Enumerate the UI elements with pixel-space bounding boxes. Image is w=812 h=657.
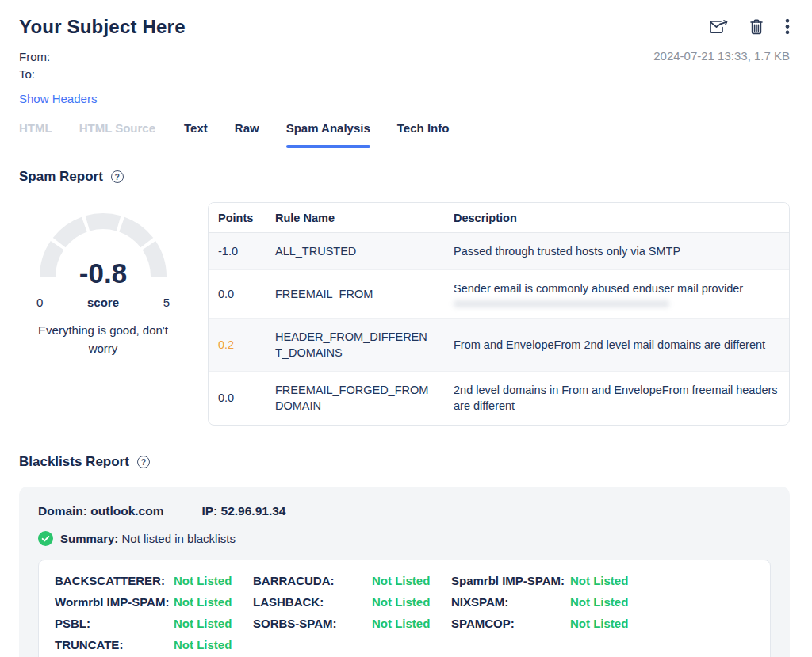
blacklist-results-panel: BACKSCATTERER: Not Listed BARRACUDA: Not… <box>38 560 771 657</box>
from-label: From: <box>19 48 50 66</box>
header-actions <box>709 16 790 35</box>
rule-points: 0.0 <box>209 270 266 318</box>
tab-html-source[interactable]: HTML Source <box>79 121 155 147</box>
blacklist-name: SORBS-SPAM: <box>253 617 372 630</box>
blacklist-status: Not Listed <box>174 574 253 587</box>
rule-name: FREEMAIL_FROM <box>266 270 444 318</box>
rule-description: 2nd level domains in From and EnvelopeFr… <box>444 372 789 425</box>
domain-value: Domain: outlook.com <box>38 504 163 518</box>
rule-name: ALL_TRUSTED <box>266 233 444 270</box>
table-row: 0.0 FREEMAIL_FORGED_FROMDOMAIN 2nd level… <box>209 372 789 425</box>
to-label: To: <box>19 66 50 83</box>
ip-value: IP: 52.96.91.34 <box>201 504 285 518</box>
blacklist-name: BACKSCATTERER: <box>55 574 174 587</box>
view-tabs: HTML HTML Source Text Raw Spam Analysis … <box>0 121 812 147</box>
blacklist-status: Not Listed <box>372 595 451 609</box>
tab-html[interactable]: HTML <box>19 121 52 147</box>
tab-raw[interactable]: Raw <box>235 121 259 147</box>
table-header-row: Points Rule Name Description <box>209 203 789 233</box>
blacklist-status: Not Listed <box>372 574 451 587</box>
rule-name: HEADER_FROM_DIFFERENT_DOMAINS <box>266 318 444 372</box>
blacklist-name: SPAMCOP: <box>451 617 570 630</box>
blacklist-status: Not Listed <box>174 638 253 651</box>
rule-points: -1.0 <box>209 233 266 270</box>
help-icon[interactable]: ? <box>111 170 124 183</box>
delete-button[interactable] <box>749 18 764 35</box>
blacklist-status: Not Listed <box>570 617 754 630</box>
spam-score-value: -0.8 <box>36 258 170 289</box>
spam-report-title: Spam Report <box>19 169 103 185</box>
gauge-label: score <box>87 296 119 309</box>
blacklist-name: BARRACUDA: <box>253 574 372 587</box>
rule-description: Sender email is commonly abused enduser … <box>444 270 789 318</box>
blacklists-report-title: Blacklists Report <box>19 454 129 470</box>
col-rule-name: Rule Name <box>266 203 444 233</box>
forward-email-button[interactable] <box>709 18 728 35</box>
kebab-menu-icon <box>785 25 790 37</box>
tab-text[interactable]: Text <box>184 121 208 147</box>
rule-points: 0.2 <box>209 318 266 372</box>
blacklist-status: Not Listed <box>372 617 451 630</box>
blacklist-status: Not Listed <box>174 595 253 609</box>
rule-description: Passed through trusted hosts only via SM… <box>444 233 789 270</box>
rule-name: FREEMAIL_FORGED_FROMDOMAIN <box>266 372 444 425</box>
col-points: Points <box>209 203 266 233</box>
show-headers-link[interactable]: Show Headers <box>19 92 97 105</box>
rule-points: 0.0 <box>209 372 266 425</box>
gauge-message: Everything is good, don't worry <box>24 321 182 358</box>
tab-spam-analysis[interactable]: Spam Analysis <box>286 121 370 147</box>
page-title: Your Subject Here <box>19 16 186 38</box>
more-options-button[interactable] <box>785 18 790 35</box>
gauge-max: 5 <box>163 296 170 309</box>
table-row: -1.0 ALL_TRUSTED Passed through trusted … <box>209 233 789 270</box>
message-header: Your Subject Here <box>0 0 812 106</box>
blacklist-status: Not Listed <box>570 595 754 609</box>
col-description: Description <box>444 203 789 233</box>
summary-text: Summary: Not listed in blacklists <box>60 532 236 545</box>
spam-rules-table: Points Rule Name Description -1.0 ALL_TR… <box>208 202 790 426</box>
rule-description: From and EnvelopeFrom 2nd level mail dom… <box>444 318 789 372</box>
blacklists-card: Domain: outlook.com IP: 52.96.91.34 Summ… <box>19 487 790 657</box>
blacklist-status: Not Listed <box>570 574 754 587</box>
blacklist-name: LASHBACK: <box>253 595 372 609</box>
trash-icon <box>749 25 764 37</box>
blacklist-name: TRUNCATE: <box>55 638 174 651</box>
blacklist-name: Spamrbl IMP-SPAM: <box>451 574 570 587</box>
message-date-size: 2024-07-21 13:33, 1.7 KB <box>653 48 790 83</box>
envelope-forward-icon <box>709 25 728 37</box>
blacklist-name: Wormrbl IMP-SPAM: <box>55 595 174 609</box>
check-circle-icon <box>38 531 53 546</box>
blacklist-name: NIXSPAM: <box>451 595 570 609</box>
blacklist-status: Not Listed <box>174 617 253 630</box>
help-icon[interactable]: ? <box>137 456 150 468</box>
gauge-min: 0 <box>36 296 43 309</box>
table-row: 0.0 FREEMAIL_FROM Sender email is common… <box>209 270 789 318</box>
table-row: 0.2 HEADER_FROM_DIFFERENT_DOMAINS From a… <box>209 318 789 372</box>
spam-score-gauge: -0.8 0 score 5 Everything is good, don't… <box>19 202 187 426</box>
redacted-text <box>454 300 669 307</box>
blacklist-name: PSBL: <box>55 617 174 630</box>
tab-tech-info[interactable]: Tech Info <box>397 121 450 147</box>
